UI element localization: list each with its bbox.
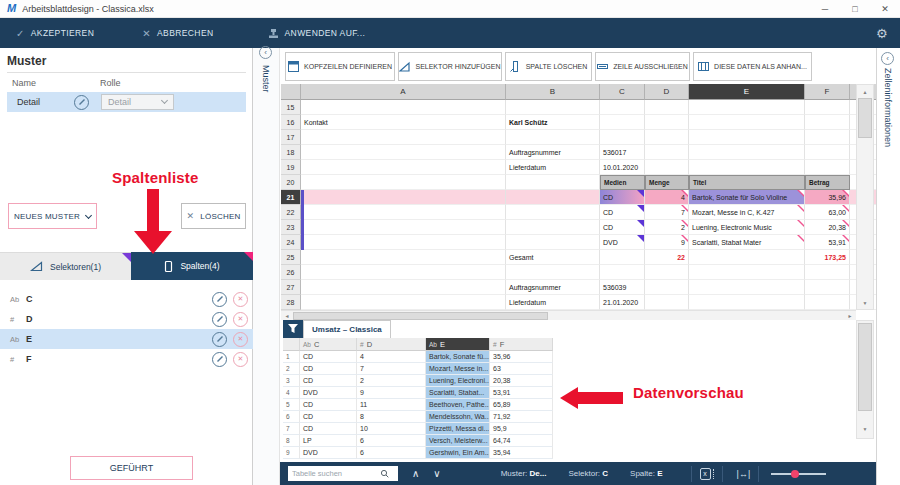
row-header-16[interactable]: 16 xyxy=(281,115,301,130)
cell-F21[interactable]: 35,96 xyxy=(805,190,850,205)
column-header-A[interactable]: A xyxy=(301,84,506,100)
preview-cell[interactable]: CD xyxy=(300,423,357,435)
preview-cell[interactable]: 71,92 xyxy=(490,411,553,423)
cell-A18[interactable] xyxy=(301,145,506,160)
scrollbar-thumb[interactable] xyxy=(858,323,872,411)
add-selector-button[interactable]: SELEKTOR HINZUFÜGEN xyxy=(398,52,502,81)
cell-F15[interactable] xyxy=(805,100,850,115)
preview-cell[interactable]: 65,89 xyxy=(490,399,553,411)
cell-F28[interactable] xyxy=(805,295,850,310)
cell-F17[interactable] xyxy=(805,130,850,145)
cell-B15[interactable] xyxy=(506,100,600,115)
pattern-row-detail[interactable]: Detail Detail xyxy=(7,92,246,112)
cell-B28[interactable]: Lieferdatum xyxy=(506,295,600,310)
edit-icon[interactable] xyxy=(212,332,227,347)
maximize-button[interactable]: □ xyxy=(840,0,870,17)
cell-D16[interactable] xyxy=(645,115,689,130)
cell-F26[interactable] xyxy=(805,265,850,280)
cell-E22[interactable]: Mozart, Messe in C, K.427 xyxy=(689,205,805,220)
excel-view-button[interactable]: x xyxy=(691,466,723,482)
apply-to-button[interactable]: ANWENDEN AUF... xyxy=(258,18,376,48)
cell-C28[interactable]: 21.01.2020 xyxy=(600,295,645,310)
cell-E25[interactable] xyxy=(689,250,805,265)
column-header-E[interactable]: E xyxy=(689,84,805,100)
preview-vertical-scrollbar[interactable]: ▼ xyxy=(856,320,874,439)
cell-A22[interactable] xyxy=(301,205,506,220)
preview-column-header-F[interactable]: #F xyxy=(490,338,553,351)
cell-C25[interactable] xyxy=(600,250,645,265)
scroll-up-icon[interactable]: ▲ xyxy=(857,85,873,98)
cell-D26[interactable] xyxy=(645,265,689,280)
preview-cell[interactable]: CD xyxy=(300,375,357,387)
delete-pattern-button[interactable]: ✕ LÖSCHEN xyxy=(181,203,246,229)
column-list-item-D[interactable]: #D✕ xyxy=(0,309,253,329)
cell-B23[interactable] xyxy=(506,220,600,235)
exclude-row-button[interactable]: ZEILE AUSSCHLIEßEN xyxy=(595,52,690,81)
preview-cell[interactable]: Gershwin, Ein Am... xyxy=(426,447,490,459)
row-header-18[interactable]: 18 xyxy=(281,145,301,160)
cell-E24[interactable]: Scarlatti, Stabat Mater xyxy=(689,235,805,250)
cell-D24[interactable]: 9 xyxy=(645,235,689,250)
column-header-C[interactable]: C xyxy=(600,84,645,100)
cell-E21[interactable]: Bartok, Sonate für Solo Violine xyxy=(689,190,805,205)
cancel-button[interactable]: ✕ ABBRECHEN xyxy=(132,18,223,48)
preview-column-header-C[interactable]: AbC xyxy=(300,338,357,351)
cell-A16[interactable]: Kontakt xyxy=(301,115,506,130)
cell-F19[interactable] xyxy=(805,160,850,175)
data-as-attachment-button[interactable]: DIESE DATEN ALS ANHAN... xyxy=(693,52,812,81)
gear-icon[interactable]: ⚙ xyxy=(876,26,888,41)
cell-A17[interactable] xyxy=(301,130,506,145)
cell-F24[interactable]: 53,91 xyxy=(805,235,850,250)
cell-D25[interactable]: 22 xyxy=(645,250,689,265)
cell-C23[interactable]: CD xyxy=(600,220,645,235)
cell-D19[interactable] xyxy=(645,160,689,175)
cell-A27[interactable] xyxy=(301,280,506,295)
cell-A15[interactable] xyxy=(301,100,506,115)
cell-A25[interactable] xyxy=(301,250,506,265)
cell-E19[interactable] xyxy=(689,160,805,175)
cell-A23[interactable] xyxy=(301,220,506,235)
preview-cell[interactable]: 6 xyxy=(357,447,426,459)
edit-icon[interactable] xyxy=(212,312,227,327)
fit-width-button[interactable]: |↔| xyxy=(729,466,760,482)
row-header-28[interactable]: 28 xyxy=(281,295,301,310)
row-header-26[interactable]: 26 xyxy=(281,265,301,280)
cell-E27[interactable] xyxy=(689,280,805,295)
cell-A28[interactable] xyxy=(301,295,506,310)
cell-B25[interactable]: Gesamt xyxy=(506,250,600,265)
column-list-item-E[interactable]: AbE✕ xyxy=(0,329,253,349)
cell-E23[interactable]: Luening, Electronic Music xyxy=(689,220,805,235)
cell-B19[interactable]: Lieferdatum xyxy=(506,160,600,175)
preview-cell[interactable]: 63 xyxy=(490,363,553,375)
cell-E16[interactable] xyxy=(689,115,805,130)
cell-C19[interactable]: 10.01.2020 xyxy=(600,160,645,175)
gefuehrt-button[interactable]: GEFÜHRT xyxy=(70,456,193,480)
scroll-down-icon[interactable]: ▼ xyxy=(857,296,873,309)
cell-E26[interactable] xyxy=(689,265,805,280)
cell-C17[interactable] xyxy=(600,130,645,145)
cell-F18[interactable] xyxy=(805,145,850,160)
row-header-25[interactable]: 25 xyxy=(281,250,301,265)
column-header-B[interactable]: B xyxy=(506,84,600,100)
cell-D23[interactable]: 2 xyxy=(645,220,689,235)
cell-D17[interactable] xyxy=(645,130,689,145)
preview-cell[interactable]: 11 xyxy=(357,399,426,411)
cell-B24[interactable] xyxy=(506,235,600,250)
preview-cell[interactable]: 10 xyxy=(357,423,426,435)
pin-icon[interactable]: ‹ xyxy=(259,46,272,59)
cell-D22[interactable]: 7 xyxy=(645,205,689,220)
delete-icon[interactable]: ✕ xyxy=(233,332,248,347)
zoom-slider-thumb[interactable] xyxy=(791,470,799,478)
preview-cell[interactable]: Beethoven, Pathe... xyxy=(426,399,490,411)
minimize-button[interactable]: ─ xyxy=(810,0,840,17)
cell-B20[interactable] xyxy=(506,175,600,190)
cell-D27[interactable] xyxy=(645,280,689,295)
table-search-box[interactable] xyxy=(288,466,398,481)
column-header-F[interactable]: F xyxy=(805,84,850,100)
row-header-17[interactable]: 17 xyxy=(281,130,301,145)
scroll-down-icon[interactable]: ▼ xyxy=(857,426,873,438)
preview-cell[interactable]: CD xyxy=(300,363,357,375)
scroll-right-icon[interactable]: ► xyxy=(844,313,856,319)
row-header-24[interactable]: 24 xyxy=(281,235,301,250)
cell-D15[interactable] xyxy=(645,100,689,115)
